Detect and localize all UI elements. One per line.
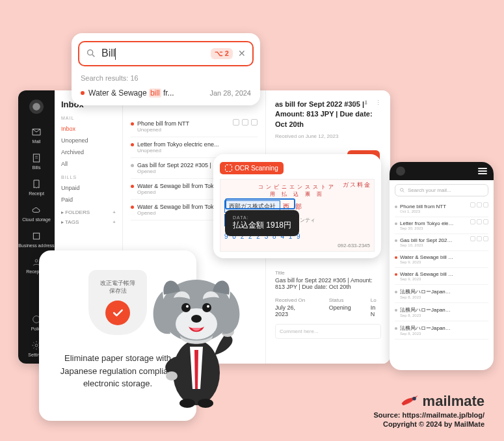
mobile-mail-row[interactable]: Water & Sewage bill from TokyoSep 9, 202… — [395, 251, 488, 268]
action-icon[interactable] — [477, 202, 482, 207]
plus-icon[interactable]: + — [113, 219, 116, 225]
tooltip-value: 払込金額 1918円 — [233, 220, 291, 231]
mobile-mail-title: 法務局ハローJapan出張所 — [395, 306, 455, 314]
mobile-mail-row[interactable]: 法務局ハローJapan出張所Sep 8, 2023 — [395, 285, 488, 303]
mobile-mail-row[interactable]: Gas bill for Sept 2022 #3...Sep 10, 2023 — [395, 234, 488, 251]
mobile-mail-row[interactable]: 法務局ハローJapan出張所Sep 8, 2023 — [395, 303, 488, 321]
svg-point-13 — [176, 308, 217, 340]
ocr-tooltip: DATA: 払込金額 1918円 — [225, 210, 299, 236]
nav-mail[interactable]: Mail — [31, 127, 42, 144]
bills-icon — [31, 153, 42, 163]
shield-text: 改正電子帳簿保存法 — [100, 280, 135, 295]
svg-point-5 — [35, 344, 38, 347]
nav-cloud[interactable]: Cloud storage — [22, 205, 51, 222]
unread-dot-icon — [131, 143, 134, 146]
action-icon[interactable] — [251, 119, 258, 126]
action-icon[interactable] — [233, 119, 239, 126]
ocr-badge: OCR Scanning — [220, 162, 284, 174]
nav-unopened[interactable]: Unopened — [61, 135, 116, 146]
meta-title-value: Gas bill for Sept 2022 #305 | Amount: 81… — [275, 277, 381, 290]
result-date: Jan 28, 2024 — [209, 89, 251, 97]
mobile-mail-date: Sep 9, 2023 — [400, 260, 488, 264]
unread-dot-icon — [395, 206, 397, 208]
action-icon[interactable] — [242, 119, 248, 126]
nav-receipt[interactable]: Receipt — [29, 179, 44, 196]
comment-input[interactable]: Comment here... — [275, 324, 381, 339]
mobile-logo-icon — [396, 167, 405, 176]
action-icon[interactable] — [470, 219, 475, 224]
received-on-value: July 26, 2023 — [275, 304, 310, 317]
tags-row[interactable]: ▸ TAGS+ — [61, 219, 116, 225]
action-icon[interactable] — [483, 219, 488, 224]
close-icon[interactable]: ✕ — [238, 48, 246, 59]
shortcut-chip: ⌥ 2 — [211, 48, 233, 59]
mobile-mail-row[interactable]: Letter from Tokyo electric ene...Sep 30,… — [395, 217, 488, 234]
mobile-mail-list: Phone bill from NTTOct 1, 2023Letter fro… — [390, 200, 494, 340]
meta-title-label: Title — [275, 270, 285, 276]
detail-meta: Title Gas bill for Sept 2022 #305 | Amou… — [275, 269, 381, 339]
mobile-search-placeholder: Search your mail... — [408, 187, 451, 193]
action-icon[interactable] — [477, 219, 482, 224]
mobile-mail-date: Sep 10, 2023 — [400, 243, 488, 247]
nav-inbox[interactable]: Inbox — [61, 123, 116, 135]
mobile-mail-row[interactable]: 法務局ハローJapan出張所Sep 8, 2023 — [395, 321, 488, 340]
unread-dot-icon — [395, 309, 397, 312]
result-text: Water & Sewage bill fr... — [88, 88, 206, 98]
search-icon — [86, 48, 96, 59]
row-action-icons — [233, 119, 258, 126]
doc-header2: 用 払 込 票 面 — [224, 191, 370, 198]
ocr-card: OCR Scanning コンビニエンスストア 用 払 込 票 面 ガス料金 西… — [213, 154, 381, 258]
location-label: Lo — [371, 297, 377, 303]
svg-point-20 — [412, 397, 416, 401]
nav-unpaid[interactable]: Unpaid — [61, 182, 116, 194]
more-icon[interactable]: ⋮ — [375, 100, 381, 106]
action-icon[interactable] — [470, 236, 475, 241]
nav-label: Cloud storage — [22, 217, 51, 222]
unread-dot-icon — [395, 256, 397, 259]
shield-icon: 改正電子帳簿保存法 — [88, 270, 147, 335]
svg-point-15 — [186, 305, 189, 308]
mobile-mail-title: Water & Sewage bill from... — [395, 271, 455, 277]
search-box[interactable]: Bill ⌥ 2 ✕ — [78, 41, 254, 66]
menu-icon[interactable] — [478, 168, 487, 174]
search-input[interactable]: Bill — [101, 47, 206, 60]
nav-bills[interactable]: Bills — [31, 153, 42, 170]
nav-all[interactable]: All — [61, 158, 116, 170]
svg-point-14 — [181, 303, 191, 312]
unread-dot-icon — [395, 327, 397, 330]
action-icon[interactable] — [470, 202, 475, 207]
nav-address[interactable]: Business address — [18, 231, 54, 248]
mobile-row-icons — [470, 219, 488, 224]
svg-point-18 — [191, 315, 202, 323]
search-result-row[interactable]: Water & Sewage bill fr... Jan 28, 2024 — [78, 86, 254, 100]
action-icon[interactable] — [477, 236, 482, 241]
brand-logo: mailmate — [373, 393, 484, 410]
mobile-mail-row[interactable]: Water & Sewage bill from...Sep 9, 2023 — [395, 268, 488, 285]
mail-icon — [31, 127, 42, 137]
mobile-mail-title: Gas bill for Sept 2022 #3... — [395, 237, 455, 243]
mobile-search[interactable]: Search your mail... — [395, 184, 488, 196]
action-icon[interactable] — [483, 236, 488, 241]
mail-row[interactable]: Phone bill from NTTUnopened — [131, 116, 258, 137]
mobile-topbar — [390, 162, 494, 180]
download-icon[interactable]: ⬇ — [364, 100, 369, 106]
plus-icon[interactable]: + — [113, 209, 116, 215]
brand-footer: mailmate Source: https://mailmate.jp/blo… — [373, 393, 484, 428]
share-icon[interactable]: ↗ — [352, 100, 357, 106]
app-logo-icon — [29, 100, 44, 114]
mobile-mail-row[interactable]: Phone bill from NTTOct 1, 2023 — [395, 200, 488, 217]
nav-archived[interactable]: Archived — [61, 146, 116, 158]
location-value: In N — [371, 304, 381, 317]
tooltip-label: DATA: — [233, 215, 291, 220]
nav-label: Bills — [33, 165, 41, 170]
cloud-icon — [31, 205, 42, 215]
nav-label: Business address — [18, 243, 54, 248]
folders-row[interactable]: ▸ FOLDERS+ — [61, 209, 116, 215]
action-icon[interactable] — [483, 202, 488, 207]
unread-dot-icon — [395, 291, 397, 293]
nav-paid[interactable]: Paid — [61, 194, 116, 206]
group-label-bills: BILLS — [61, 175, 116, 180]
mobile-mail-date: Oct 1, 2023 — [400, 209, 488, 213]
mobile-mail-date: Sep 8, 2023 — [400, 295, 488, 299]
group-label-mail: MAIL — [61, 116, 116, 120]
